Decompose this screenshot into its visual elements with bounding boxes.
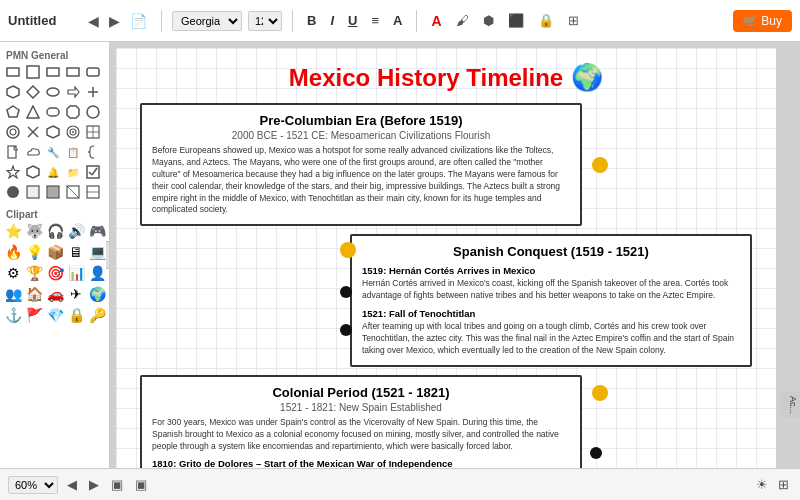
shape-circle[interactable] [84,103,102,121]
separator-2 [292,10,293,32]
ac-panel[interactable]: Ac... [780,392,800,418]
clipart-house[interactable]: 🏠 [25,285,43,303]
shape-diamond[interactable] [24,83,42,101]
shape-button[interactable]: ⬢ [479,11,498,30]
list-button[interactable]: ≡ [367,11,383,30]
forward-button[interactable]: ▶ [105,11,124,31]
clipart-person[interactable]: 👤 [88,264,106,282]
shape-folder[interactable]: 📁 [64,163,82,181]
brush-button[interactable]: 🖌 [452,11,473,30]
shape-bell[interactable]: 🔔 [44,163,62,181]
clipart-star[interactable]: ⭐ [4,222,22,240]
clipart-plane[interactable]: ✈ [67,285,85,303]
svg-rect-2 [47,68,59,76]
shape-doc[interactable] [4,143,22,161]
shape-cloud[interactable] [24,143,42,161]
shape-pentagon[interactable] [4,103,22,121]
precolumbian-subtitle: 2000 BCE - 1521 CE: Mesoamerican Civiliz… [152,130,570,141]
shape-wrench[interactable]: 🔧 [44,143,62,161]
image-button[interactable]: ⬛ [504,11,528,30]
page-prev-button[interactable]: ◀ [64,476,80,493]
shape-rect4[interactable] [64,63,82,81]
shape-hex2[interactable] [44,123,62,141]
shape-octagon[interactable] [64,103,82,121]
back-button[interactable]: ◀ [84,11,103,31]
shape-star[interactable] [4,163,22,181]
clipart-monitor[interactable]: 🖥 [67,243,85,261]
shape-rect2[interactable] [24,63,42,81]
clipart-lock[interactable]: 🔒 [67,306,85,324]
shape-clipboard[interactable]: 📋 [64,143,82,161]
card-precolumbian[interactable]: Pre-Columbian Era (Before 1519) 2000 BCE… [140,103,582,226]
clipart-wolf[interactable]: 🐺 [25,222,43,240]
sun-icon[interactable]: ☀ [753,476,771,493]
shape-ring[interactable] [4,123,22,141]
shapes-grid: 🔧 📋 🔔 📁 [4,63,105,201]
shape-target[interactable] [64,123,82,141]
clipart-target[interactable]: 🎯 [46,264,64,282]
page-next-button[interactable]: ▶ [86,476,102,493]
clipart-game[interactable]: 🎮 [88,222,106,240]
clipart-trophy[interactable]: 🏆 [25,264,43,282]
clipart-bulb[interactable]: 💡 [25,243,43,261]
shape-empty-rect2[interactable] [24,183,42,201]
shape-rect3[interactable] [44,63,62,81]
statusbar-grid-icon[interactable]: ⊞ [775,476,792,493]
clipart-car[interactable]: 🚗 [46,285,64,303]
clipart-group[interactable]: 👥 [4,285,22,303]
svg-line-33 [92,168,97,175]
clipart-gear[interactable]: ⚙ [4,264,22,282]
shape-cross[interactable] [84,83,102,101]
main-layout: PMN General [0,42,800,468]
card-spanish[interactable]: Spanish Conquest (1519 - 1521) 1519: Her… [350,234,752,366]
svg-rect-31 [87,166,99,178]
lock-button[interactable]: 🔒 [534,11,558,30]
clipart-headphones[interactable]: 🎧 [46,222,64,240]
clipart-box[interactable]: 📦 [46,243,64,261]
clipart-chart[interactable]: 📊 [67,264,85,282]
shape-hatch1[interactable] [64,183,82,201]
shape-triangle[interactable] [24,103,42,121]
shape-rounded-rect[interactable] [44,103,62,121]
clipart-diamond[interactable]: 💎 [46,306,64,324]
text-color-button[interactable]: A [427,11,445,31]
save-button[interactable]: 📄 [126,11,151,31]
grid-button[interactable]: ⊞ [564,11,583,30]
shape-brace[interactable] [84,143,102,161]
canvas-area[interactable]: Mexico History Timeline 🌍 Pre-Columbian … [110,42,800,468]
font-size-select[interactable]: 12 14 16 18 [248,11,282,31]
shape-arrow[interactable] [64,83,82,101]
card-colonial[interactable]: Colonial Period (1521 - 1821) 1521 - 182… [140,375,582,468]
shape-rect-dark[interactable] [44,183,62,201]
clipart-speaker[interactable]: 🔊 [67,222,85,240]
shape-hatch2[interactable] [84,183,102,201]
shape-x[interactable] [24,123,42,141]
shape-filled-circle[interactable] [4,183,22,201]
svg-rect-1 [27,66,39,78]
canvas[interactable]: Mexico History Timeline 🌍 Pre-Columbian … [116,48,776,468]
shape-rect5[interactable] [84,63,102,81]
font-family-select[interactable]: Georgia Arial Times New Roman [172,11,242,31]
shape-rectangle[interactable] [4,63,22,81]
shape-checkedbox[interactable] [84,163,102,181]
zoom-fit-button[interactable]: ▣ [132,476,150,493]
clipart-key[interactable]: 🔑 [88,306,106,324]
zoom-select[interactable]: 60% 75% 100% 125% 150% [8,476,58,494]
clipart-laptop[interactable]: 💻 [88,243,106,261]
shape-grid-sm[interactable] [84,123,102,141]
shape-hex3[interactable] [24,163,42,181]
text-button[interactable]: A [389,11,406,30]
bold-button[interactable]: B [303,11,320,30]
precolumbian-text: Before Europeans showed up, Mexico was a… [152,145,570,216]
spanish-sub1: 1519: Hernán Cortés Arrives in Mexico [362,265,740,276]
clipart-globe[interactable]: 🌍 [88,285,106,303]
clipart-flag[interactable]: 🚩 [25,306,43,324]
underline-button[interactable]: U [344,11,361,30]
fit-button[interactable]: ▣ [108,476,126,493]
clipart-fire[interactable]: 🔥 [4,243,22,261]
clipart-anchor[interactable]: ⚓ [4,306,22,324]
shape-hex[interactable] [4,83,22,101]
buy-button[interactable]: 🛒 Buy [733,10,792,32]
italic-button[interactable]: I [326,11,338,30]
shape-ellipse[interactable] [44,83,62,101]
